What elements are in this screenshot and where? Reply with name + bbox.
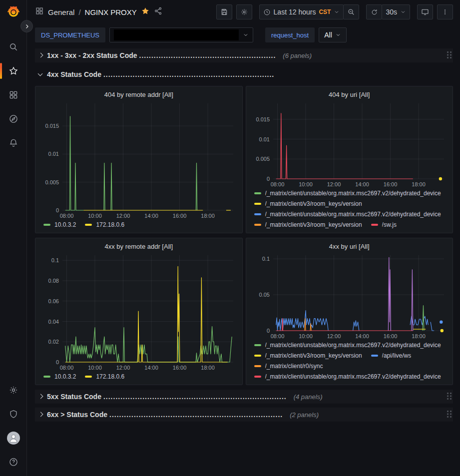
grafana-logo[interactable] xyxy=(6,5,21,20)
legend-item[interactable]: /_matrix/client/unstable/org.matrix.msc2… xyxy=(254,190,441,197)
legend-series-swatch xyxy=(43,224,50,226)
redacted-value xyxy=(114,29,239,40)
variable-value-request-host: All xyxy=(324,31,332,39)
legend-series-swatch xyxy=(254,213,261,215)
server-admin-shield-icon[interactable] xyxy=(0,403,27,425)
row-header-1xx-3xx-2xx[interactable]: 1xx - 3xx - 2xx Status Code ............… xyxy=(35,48,453,62)
star-filled-icon[interactable] xyxy=(141,6,150,17)
svg-text:0.005: 0.005 xyxy=(45,179,59,185)
legend-item[interactable]: /_matrix/client/unstable/org.matrix.msc2… xyxy=(254,373,441,380)
legend-item[interactable]: 10.0.3.2 xyxy=(43,373,76,380)
zoom-out-time-button[interactable] xyxy=(343,4,359,19)
panel-title[interactable]: 404 by uri [All] xyxy=(251,89,448,100)
chevron-right-icon xyxy=(37,52,44,59)
panel-title[interactable]: 4xx by remote addr [All] xyxy=(40,241,237,252)
sidebar-nav xyxy=(0,34,27,154)
svg-text:08:00: 08:00 xyxy=(270,181,284,187)
legend-item[interactable]: /api/live/ws xyxy=(371,352,412,359)
legend-item[interactable]: /_matrix/client/v3/room_keys/version xyxy=(254,221,362,228)
panel-title[interactable]: 4xx by uri [All] xyxy=(251,241,448,252)
legend-item[interactable]: /_matrix/client/r0/sync xyxy=(254,363,323,370)
row-header-5xx[interactable]: 5xx Status Code ........................… xyxy=(35,390,453,404)
timeseries-chart[interactable]: 00.0050.010.01508:0010:0012:0014:0016:00… xyxy=(251,100,448,188)
legend-item[interactable]: 10.0.3.2 xyxy=(43,221,76,228)
svg-text:12:00: 12:00 xyxy=(116,365,130,371)
panel-legend: 10.0.3.2172.18.0.6 xyxy=(40,219,237,230)
legend-item[interactable]: 172.18.0.6 xyxy=(85,373,124,380)
row-title: 4xx Status Code xyxy=(47,70,101,78)
variable-dropdown-request-host[interactable]: All xyxy=(319,27,347,42)
svg-text:0.02: 0.02 xyxy=(48,339,59,345)
apps-grid-icon xyxy=(35,6,44,17)
legend-series-swatch xyxy=(85,376,92,378)
svg-text:0.05: 0.05 xyxy=(259,292,269,298)
refresh-button[interactable] xyxy=(366,4,382,19)
variable-label-request-host: request_host xyxy=(265,27,315,42)
variable-label-ds-prometheus: DS_PROMETHEUS xyxy=(35,27,105,42)
row-header-6xx[interactable]: 6xx > Status Code ......................… xyxy=(35,408,453,422)
legend-row: /_matrix/client/unstable/org.matrix.msc2… xyxy=(254,340,448,350)
legend-row: /_matrix/client/v3/room_keys/version/api… xyxy=(254,350,448,361)
dashboard-settings-button[interactable] xyxy=(236,4,252,19)
legend-row: /_matrix/client/v3/room_keys/version xyxy=(254,198,448,209)
help-icon[interactable] xyxy=(0,451,27,473)
panel-title[interactable]: 404 by remote addr [All] xyxy=(40,89,237,100)
sidebar-item-explore[interactable] xyxy=(0,108,27,130)
legend-series-swatch xyxy=(43,376,50,378)
legend-series-label: 10.0.3.2 xyxy=(54,221,76,228)
variables-row: DS_PROMETHEUS request_host All xyxy=(27,24,460,47)
row-panel-count: (4 panels) xyxy=(294,393,323,401)
breadcrumb-folder[interactable]: General xyxy=(48,8,74,16)
search-icon[interactable] xyxy=(0,36,27,58)
timeseries-chart[interactable]: 00.050.108:0010:0012:0014:0016:0018:00 xyxy=(251,252,448,340)
grafana-app: General / NGINX PROXY xyxy=(0,0,460,476)
legend-item[interactable]: /_matrix/client/v3/room_keys/version xyxy=(254,200,362,207)
timezone-badge: CST xyxy=(319,8,331,15)
svg-text:0.01: 0.01 xyxy=(48,151,59,157)
legend-series-swatch xyxy=(371,355,378,357)
row-drag-handle[interactable] xyxy=(447,410,452,420)
settings-gear-icon[interactable] xyxy=(0,379,27,401)
sidebar-bottom xyxy=(0,377,27,476)
dashboard-canvas: 1xx - 3xx - 2xx Status Code ............… xyxy=(27,47,460,476)
svg-text:16:00: 16:00 xyxy=(383,181,397,187)
svg-text:18:00: 18:00 xyxy=(201,213,215,219)
sidebar-expand-button[interactable] xyxy=(20,20,33,32)
legend-series-swatch xyxy=(254,224,261,226)
sidebar-item-alerting[interactable] xyxy=(0,132,27,154)
variable-dropdown-ds-prometheus[interactable] xyxy=(109,27,253,42)
chevron-right-icon xyxy=(37,411,44,418)
row-drag-handle[interactable] xyxy=(447,392,452,402)
sidebar-item-starred[interactable] xyxy=(0,60,27,82)
timeseries-chart[interactable]: 00.0050.010.01508:0010:0012:0014:0016:00… xyxy=(40,100,237,219)
save-dashboard-button[interactable] xyxy=(216,4,232,19)
tv-mode-button[interactable] xyxy=(417,4,433,19)
time-range-label: Last 12 hours xyxy=(274,8,316,16)
svg-text:14:00: 14:00 xyxy=(355,181,369,187)
svg-text:0.1: 0.1 xyxy=(51,257,59,263)
legend-series-label: 172.18.0.6 xyxy=(96,373,124,380)
legend-series-swatch xyxy=(85,224,92,226)
legend-item[interactable]: /_matrix/client/unstable/org.matrix.msc2… xyxy=(254,211,441,218)
time-range-picker[interactable]: Last 12 hours CST xyxy=(259,4,344,19)
legend-item[interactable]: /_matrix/client/unstable/org.matrix.msc2… xyxy=(254,342,441,349)
user-avatar[interactable] xyxy=(0,427,27,449)
panel-4xx-by-uri: 4xx by uri [All] 00.050.108:0010:0012:00… xyxy=(246,238,454,385)
svg-text:0.06: 0.06 xyxy=(48,298,59,304)
time-controls: Last 12 hours CST xyxy=(259,4,360,19)
kebab-menu-button[interactable] xyxy=(437,4,453,19)
legend-row: /_matrix/client/unstable/org.matrix.msc2… xyxy=(254,209,448,219)
legend-item[interactable]: /sw.js xyxy=(371,221,397,228)
timeseries-chart[interactable]: 00.020.040.060.080.108:0010:0012:0014:00… xyxy=(40,252,237,371)
svg-text:12:00: 12:00 xyxy=(116,213,130,219)
share-icon[interactable] xyxy=(154,6,163,17)
legend-item[interactable]: 172.18.0.6 xyxy=(85,221,124,228)
svg-text:10:00: 10:00 xyxy=(88,365,102,371)
dashboard-title[interactable]: NGINX PROXY xyxy=(85,8,137,16)
row-drag-handle[interactable] xyxy=(447,51,452,60)
svg-text:0.1: 0.1 xyxy=(262,256,269,262)
legend-item[interactable]: /_matrix/client/v3/room_keys/version xyxy=(254,352,362,359)
refresh-interval-dropdown[interactable]: 30s xyxy=(382,4,410,19)
row-header-4xx[interactable]: 4xx Status Code ........................… xyxy=(35,67,453,81)
sidebar-item-dashboards[interactable] xyxy=(0,84,27,106)
